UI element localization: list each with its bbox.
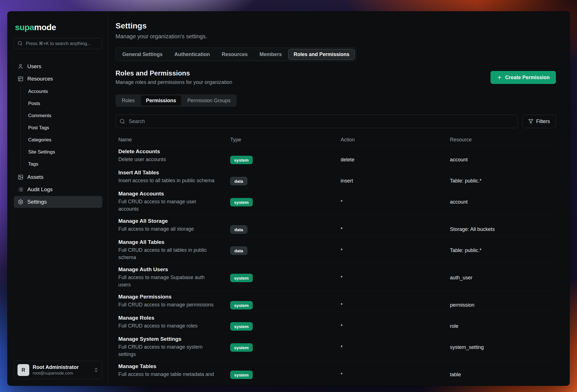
permission-name: Insert All Tables [118, 169, 219, 176]
permission-description: Full CRUD access to manage system settin… [118, 343, 216, 358]
table-row[interactable]: Manage Roles Full CRUD access to manage … [116, 312, 556, 333]
permissions-search-input[interactable] [116, 115, 518, 128]
sidebar-sub-item-label: Posts [28, 101, 40, 106]
name-cell: Manage All Tables Full CRUD access to al… [118, 239, 230, 261]
subtab-permissions[interactable]: Permissions [141, 95, 181, 106]
type-badge: system [230, 198, 253, 206]
permission-description: Full access to manage table metadata and [118, 371, 216, 378]
permission-action: * [341, 247, 450, 261]
table-row[interactable]: Manage Auth Users Full access to manage … [116, 264, 556, 291]
table-icon [18, 76, 23, 82]
table-toolbar: Filters [116, 115, 556, 128]
type-badge: data [230, 177, 247, 185]
filters-button[interactable]: Filters [522, 115, 556, 128]
table-row[interactable]: Delete Accounts Delete user accounts sys… [116, 146, 556, 167]
permission-action: insert [341, 177, 450, 185]
sidebar-item-resources[interactable]: Resources [14, 73, 102, 85]
sidebar-item-users[interactable]: Users [14, 61, 102, 72]
plus-icon [497, 75, 502, 80]
permission-action: * [341, 199, 450, 213]
permission-resource: account [450, 199, 556, 213]
name-cell: Manage Accounts Full CRUD access to mana… [118, 190, 230, 213]
sidebar-item-label: Assets [27, 174, 43, 180]
type-badge: system [230, 343, 253, 352]
filter-icon [528, 119, 533, 124]
tab-resources[interactable]: Resources [216, 49, 253, 60]
gear-icon [18, 199, 23, 205]
permissions-search [116, 115, 518, 128]
table-row[interactable]: Manage System Settings Full CRUD access … [116, 333, 556, 360]
type-cell: data [230, 177, 341, 185]
permission-resource: Table: public.* [450, 247, 556, 261]
permission-description: Full access to manage Supabase auth user… [118, 274, 216, 288]
sidebar-sub-item[interactable]: Tags [21, 158, 102, 170]
permission-name: Manage All Tables [118, 239, 219, 246]
sidebar-sub-item[interactable]: Posts [21, 97, 102, 110]
sidebar: supamode Users Resources [8, 12, 109, 386]
permissions-table: Name Type Action Resource Delete Account… [116, 134, 556, 382]
sidebar-sub-item[interactable]: Categories [21, 134, 102, 146]
image-icon [18, 174, 23, 180]
filters-label: Filters [536, 119, 550, 124]
app-logo: supamode [8, 22, 108, 33]
permission-description: Full CRUD access to manage permissions [118, 301, 216, 308]
create-permission-label: Create Permission [505, 75, 550, 81]
global-search-input[interactable] [14, 38, 102, 49]
column-header-resource: Resource [450, 137, 556, 143]
sidebar-sub-item-label: Tags [28, 161, 38, 167]
sidebar-sub-item[interactable]: Site Settings [21, 146, 102, 158]
permission-action: * [341, 274, 450, 288]
type-badge: system [230, 301, 253, 309]
table-row[interactable]: Manage Accounts Full CRUD access to mana… [116, 188, 556, 215]
create-permission-button[interactable]: Create Permission [491, 71, 556, 84]
page-subtitle: Manage your organization's settings. [116, 32, 556, 40]
sidebar-sub-item[interactable]: Accounts [21, 85, 102, 97]
name-cell: Manage Auth Users Full access to manage … [118, 266, 230, 288]
permission-resource: role [450, 323, 556, 331]
permission-resource: permission [450, 302, 556, 309]
user-name: Root Administrator [33, 364, 90, 370]
sidebar-item-audit-logs[interactable]: Audit Logs [14, 184, 102, 195]
permission-action: * [341, 323, 450, 331]
avatar: R [17, 364, 29, 376]
permissions-table-body: Delete Accounts Delete user accounts sys… [116, 146, 556, 382]
permission-resource: account [450, 156, 556, 164]
sidebar-item-label: Audit Logs [27, 186, 53, 193]
sidebar-nav: Users Resources Accounts Posts [8, 61, 108, 208]
permission-description: Full access to manage all storage [118, 225, 216, 233]
permission-description: Full CRUD access to manage roles [118, 322, 216, 329]
table-row[interactable]: Manage All Storage Full access to manage… [116, 215, 556, 236]
subtab-roles[interactable]: Roles [117, 95, 140, 106]
sidebar-sub-item[interactable]: Comments [21, 110, 102, 122]
column-header-action: Action [341, 137, 450, 143]
permission-name: Manage Roles [118, 314, 219, 322]
permission-resource: Storage: All buckets [450, 226, 556, 234]
type-badge: data [230, 225, 247, 234]
permission-name: Manage Accounts [118, 190, 219, 197]
tab-members[interactable]: Members [254, 49, 287, 60]
permission-name: Manage System Settings [118, 335, 219, 343]
table-row[interactable]: Manage Permissions Full CRUD access to m… [116, 291, 556, 312]
tab-roles-and-permissions[interactable]: Roles and Permissions [288, 49, 355, 60]
table-row[interactable]: Manage Tables Full access to manage tabl… [116, 360, 556, 382]
permission-description: Insert access to all tables in public sc… [118, 177, 216, 184]
type-badge: system [230, 156, 253, 164]
sidebar-sub-item[interactable]: Post Tags [21, 122, 102, 134]
permission-action: * [341, 226, 450, 234]
roles-permissions-subtabs: Roles Permissions Permission Groups [116, 94, 237, 107]
sidebar-sub-item-label: Comments [28, 113, 51, 119]
sidebar-item-settings[interactable]: Settings [14, 196, 102, 208]
table-row[interactable]: Manage All Tables Full CRUD access to al… [116, 236, 556, 264]
search-icon [17, 41, 23, 47]
type-cell: system [230, 301, 341, 309]
table-row[interactable]: Insert All Tables Insert access to all t… [116, 167, 556, 188]
page-title: Settings [116, 21, 556, 31]
logo-suffix: mode [34, 23, 56, 32]
tab-general-settings[interactable]: General Settings [117, 49, 168, 60]
tab-authentication[interactable]: Authentication [169, 49, 215, 60]
type-cell: system [230, 274, 341, 288]
subtab-permission-groups[interactable]: Permission Groups [182, 95, 236, 106]
sidebar-item-assets[interactable]: Assets [14, 171, 102, 183]
account-switcher[interactable]: R Root Administrator root@supamode.com [14, 361, 102, 379]
permission-description: Full CRUD access to all tables in public… [118, 246, 216, 261]
